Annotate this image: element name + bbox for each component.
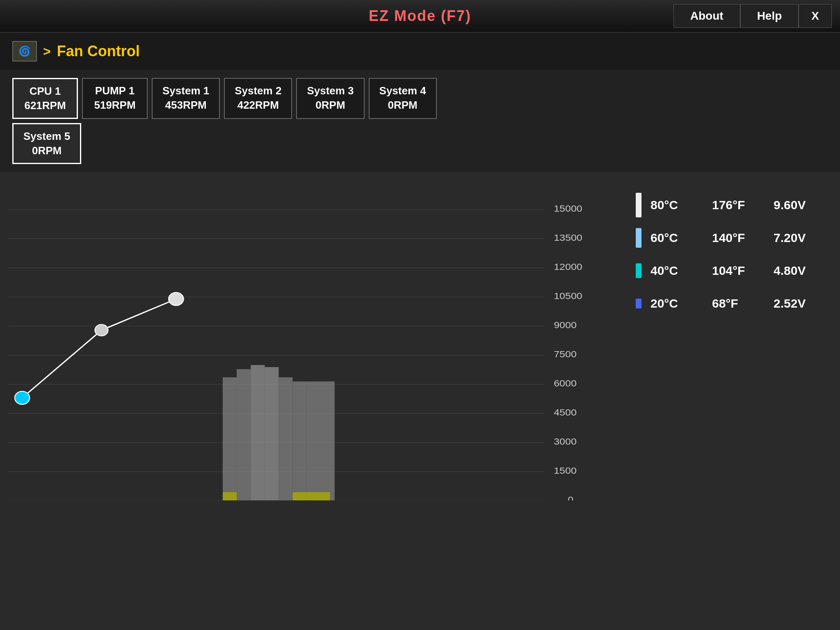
svg-point-25	[15, 391, 30, 404]
svg-text:6000: 6000	[554, 378, 577, 388]
legend-text-20c: 20°C 68°F 2.52V	[651, 297, 815, 310]
top-right-buttons: About Help X	[673, 4, 832, 28]
fan-tab-system4-name: System 4	[379, 84, 426, 97]
legend-fahrenheit-60c: 140°F	[712, 231, 757, 245]
svg-rect-35	[223, 492, 237, 500]
fan-tab-system2-name: System 2	[235, 84, 281, 97]
legend-bar-20c	[636, 299, 641, 308]
breadcrumb-title: Fan Control	[57, 43, 140, 60]
fan-tab-cpu1-rpm: 621RPM	[24, 99, 66, 112]
fan-tab-system5[interactable]: System 5 0RPM	[12, 123, 81, 164]
fan-tab-pump1[interactable]: PUMP 1 519RPM	[82, 78, 148, 119]
fan-tab-system1-rpm: 453RPM	[165, 99, 207, 112]
fan-tab-system4[interactable]: System 4 0RPM	[369, 78, 437, 119]
svg-text:10500: 10500	[554, 291, 582, 301]
fan-tab-cpu1-name: CPU 1	[30, 85, 61, 98]
svg-point-26	[95, 324, 108, 336]
svg-rect-36	[293, 492, 330, 500]
legend-celsius-80c: 80°C	[651, 198, 696, 212]
fan-tab-system2[interactable]: System 2 422RPM	[224, 78, 292, 119]
breadcrumb-icon: 🌀	[12, 41, 37, 62]
legend-celsius-20c: 20°C	[651, 297, 696, 310]
legend-fahrenheit-80c: 176°F	[712, 198, 757, 212]
svg-rect-31	[265, 367, 278, 500]
fan-tab-system3-name: System 3	[307, 84, 354, 97]
svg-rect-33	[293, 381, 307, 500]
svg-rect-29	[237, 369, 251, 500]
legend-voltage-80c: 9.60V	[774, 198, 815, 212]
chart-container: 15000 13500 12000 10500 9000 7500 6000 4…	[8, 180, 614, 500]
svg-text:13500: 13500	[554, 233, 582, 242]
legend-fahrenheit-20c: 68°F	[712, 297, 757, 310]
legend-bar-80c	[636, 193, 641, 217]
svg-text:4500: 4500	[554, 407, 577, 417]
fan-tab-system1[interactable]: System 1 453RPM	[152, 78, 220, 119]
legend-container: 80°C 176°F 9.60V 60°C 140°F 7.20V 40°C 1…	[627, 180, 832, 626]
legend-voltage-20c: 2.52V	[774, 297, 815, 310]
legend-bar-container-20c	[635, 291, 642, 316]
svg-rect-30	[251, 365, 265, 500]
legend-voltage-40c: 4.80V	[774, 264, 815, 278]
fan-tab-system3-rpm: 0RPM	[315, 99, 345, 112]
svg-rect-32	[278, 377, 292, 500]
close-button[interactable]: X	[799, 4, 832, 28]
fan-tab-pump1-rpm: 519RPM	[94, 99, 135, 112]
fan-tab-cpu1[interactable]: CPU 1 621RPM	[12, 78, 78, 119]
fan-tab-system4-rpm: 0RPM	[388, 99, 418, 112]
svg-rect-34	[307, 381, 335, 500]
fan-curve-chart[interactable]: 15000 13500 12000 10500 9000 7500 6000 4…	[8, 180, 614, 500]
svg-rect-28	[223, 377, 237, 500]
legend-text-40c: 40°C 104°F 4.80V	[651, 264, 815, 278]
legend-bar-container-60c	[635, 226, 642, 250]
fan-tabs-row2: System 5 0RPM	[12, 123, 828, 164]
legend-bar-container-80c	[635, 193, 642, 217]
legend-row-20c: 20°C 68°F 2.52V	[635, 291, 824, 316]
header-nav: 🌀 > Fan Control	[0, 33, 840, 70]
main-content: 15000 13500 12000 10500 9000 7500 6000 4…	[0, 172, 840, 630]
legend-bar-60c	[636, 228, 641, 248]
legend-text-80c: 80°C 176°F 9.60V	[651, 198, 815, 212]
svg-text:3000: 3000	[554, 436, 577, 446]
legend-row-60c: 60°C 140°F 7.20V	[635, 226, 824, 250]
help-button[interactable]: Help	[740, 4, 799, 28]
fan-tab-system5-rpm: 0RPM	[32, 144, 62, 157]
svg-text:1500: 1500	[554, 466, 577, 475]
legend-bar-40c	[636, 263, 641, 278]
legend-bar-container-40c	[635, 258, 642, 283]
ez-mode-title: EZ Mode (F7)	[369, 7, 471, 25]
svg-text:7500: 7500	[554, 349, 577, 359]
fan-tab-system1-name: System 1	[162, 84, 209, 97]
fan-icon: 🌀	[18, 46, 31, 57]
svg-text:9000: 9000	[554, 320, 577, 330]
top-bar: EZ Mode (F7) About Help X	[0, 0, 840, 33]
svg-text:15000: 15000	[554, 203, 582, 213]
legend-voltage-60c: 7.20V	[774, 231, 815, 245]
svg-point-27	[169, 292, 183, 306]
fan-tab-system5-name: System 5	[23, 130, 70, 143]
fan-tab-system3[interactable]: System 3 0RPM	[296, 78, 364, 119]
legend-row-80c: 80°C 176°F 9.60V	[635, 193, 824, 217]
legend-fahrenheit-40c: 104°F	[712, 264, 757, 278]
about-button[interactable]: About	[673, 4, 740, 28]
svg-text:0: 0	[568, 495, 573, 500]
fan-tab-pump1-name: PUMP 1	[95, 84, 135, 97]
fan-tabs-row: CPU 1 621RPM PUMP 1 519RPM System 1 453R…	[12, 78, 828, 119]
fan-tab-system2-rpm: 422RPM	[237, 99, 279, 112]
legend-celsius-60c: 60°C	[651, 231, 696, 245]
legend-text-60c: 60°C 140°F 7.20V	[651, 231, 815, 245]
breadcrumb-separator: >	[43, 44, 51, 59]
legend-celsius-40c: 40°C	[651, 264, 696, 278]
legend-row-40c: 40°C 104°F 4.80V	[635, 258, 824, 283]
fan-tabs-section: CPU 1 621RPM PUMP 1 519RPM System 1 453R…	[0, 70, 840, 172]
svg-text:12000: 12000	[554, 262, 582, 272]
